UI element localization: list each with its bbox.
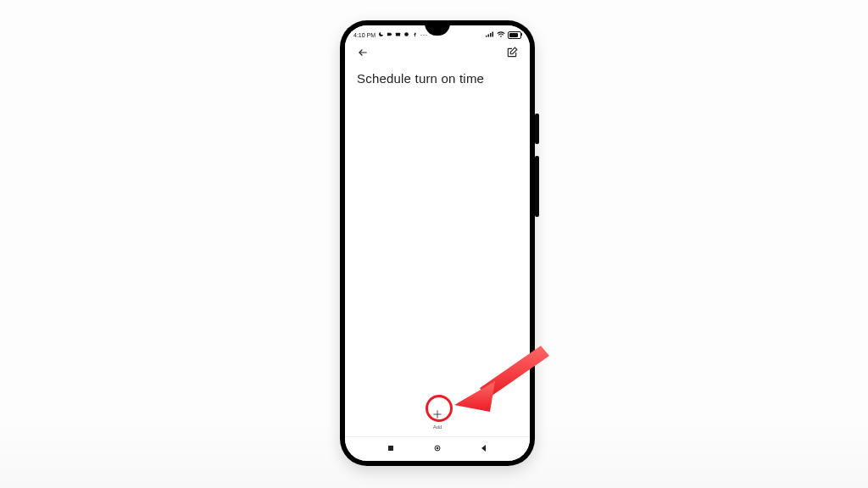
system-nav-bar [345,436,530,461]
camera-icon [395,31,401,38]
facebook-icon [412,31,418,38]
add-button[interactable] [428,405,447,424]
svg-point-4 [437,447,438,449]
svg-point-1 [404,32,409,36]
add-button-container: Add [428,405,447,430]
back-button[interactable] [357,47,369,62]
circle-icon [403,31,409,38]
app-bar [345,42,530,66]
add-button-label: Add [428,424,447,430]
power-button [535,114,539,144]
svg-rect-2 [388,446,393,451]
volume-buttons [535,156,539,217]
nav-home-button[interactable] [432,443,442,453]
content-area: Add [345,86,530,436]
status-time: 4:10 PM [353,32,376,38]
moon-icon [378,31,384,38]
svg-rect-0 [396,33,400,36]
phone-frame: 4:10 PM ··· [340,20,535,466]
edit-button[interactable] [506,47,518,62]
wifi-icon [497,31,505,38]
video-icon [387,31,392,38]
signal-icon [486,31,494,38]
more-icon: ··· [420,32,428,38]
phone-screen: 4:10 PM ··· [345,25,530,461]
battery-icon [508,31,521,39]
nav-recent-button[interactable] [386,443,396,453]
page-title: Schedule turn on time [345,66,530,86]
nav-back-button[interactable] [479,443,489,453]
